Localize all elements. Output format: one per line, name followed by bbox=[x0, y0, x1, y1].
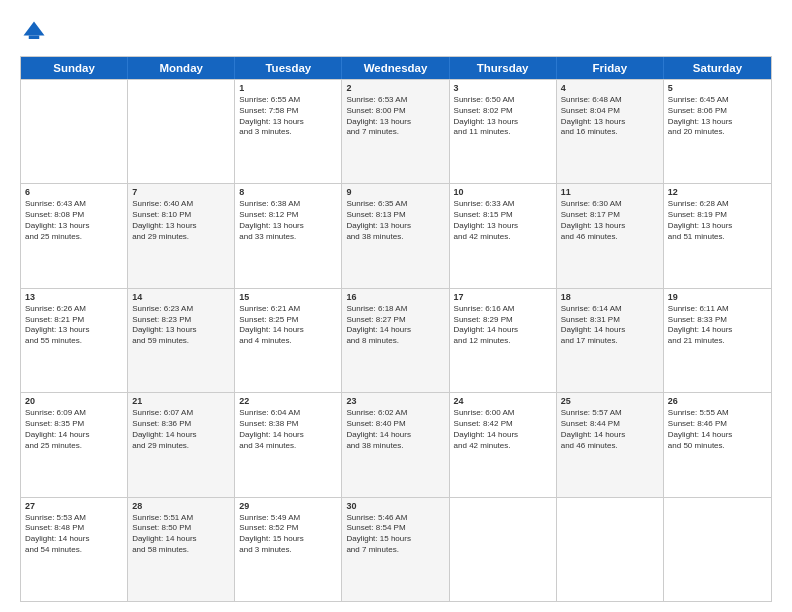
cell-day-number: 10 bbox=[454, 187, 552, 197]
cal-cell: 19Sunrise: 6:11 AM Sunset: 8:33 PM Dayli… bbox=[664, 289, 771, 392]
cal-cell: 3Sunrise: 6:50 AM Sunset: 8:02 PM Daylig… bbox=[450, 80, 557, 183]
cal-cell: 9Sunrise: 6:35 AM Sunset: 8:13 PM Daylig… bbox=[342, 184, 449, 287]
cal-cell: 10Sunrise: 6:33 AM Sunset: 8:15 PM Dayli… bbox=[450, 184, 557, 287]
cal-cell: 23Sunrise: 6:02 AM Sunset: 8:40 PM Dayli… bbox=[342, 393, 449, 496]
cal-cell: 30Sunrise: 5:46 AM Sunset: 8:54 PM Dayli… bbox=[342, 498, 449, 601]
cal-header-sunday: Sunday bbox=[21, 57, 128, 79]
cell-info: Sunrise: 6:07 AM Sunset: 8:36 PM Dayligh… bbox=[132, 408, 230, 451]
cal-cell bbox=[128, 80, 235, 183]
cal-week-2: 6Sunrise: 6:43 AM Sunset: 8:08 PM Daylig… bbox=[21, 183, 771, 287]
cal-cell: 27Sunrise: 5:53 AM Sunset: 8:48 PM Dayli… bbox=[21, 498, 128, 601]
cal-cell: 4Sunrise: 6:48 AM Sunset: 8:04 PM Daylig… bbox=[557, 80, 664, 183]
cell-info: Sunrise: 6:02 AM Sunset: 8:40 PM Dayligh… bbox=[346, 408, 444, 451]
cal-week-4: 20Sunrise: 6:09 AM Sunset: 8:35 PM Dayli… bbox=[21, 392, 771, 496]
calendar: SundayMondayTuesdayWednesdayThursdayFrid… bbox=[20, 56, 772, 602]
cal-cell: 24Sunrise: 6:00 AM Sunset: 8:42 PM Dayli… bbox=[450, 393, 557, 496]
cell-day-number: 12 bbox=[668, 187, 767, 197]
cal-week-1: 1Sunrise: 6:55 AM Sunset: 7:58 PM Daylig… bbox=[21, 79, 771, 183]
cell-info: Sunrise: 5:57 AM Sunset: 8:44 PM Dayligh… bbox=[561, 408, 659, 451]
cell-day-number: 11 bbox=[561, 187, 659, 197]
cell-info: Sunrise: 6:00 AM Sunset: 8:42 PM Dayligh… bbox=[454, 408, 552, 451]
cal-cell: 6Sunrise: 6:43 AM Sunset: 8:08 PM Daylig… bbox=[21, 184, 128, 287]
cal-cell: 2Sunrise: 6:53 AM Sunset: 8:00 PM Daylig… bbox=[342, 80, 449, 183]
cell-day-number: 2 bbox=[346, 83, 444, 93]
cell-info: Sunrise: 6:28 AM Sunset: 8:19 PM Dayligh… bbox=[668, 199, 767, 242]
cell-day-number: 27 bbox=[25, 501, 123, 511]
cell-info: Sunrise: 6:43 AM Sunset: 8:08 PM Dayligh… bbox=[25, 199, 123, 242]
cal-cell: 17Sunrise: 6:16 AM Sunset: 8:29 PM Dayli… bbox=[450, 289, 557, 392]
cal-cell: 29Sunrise: 5:49 AM Sunset: 8:52 PM Dayli… bbox=[235, 498, 342, 601]
cell-info: Sunrise: 6:30 AM Sunset: 8:17 PM Dayligh… bbox=[561, 199, 659, 242]
cell-info: Sunrise: 6:26 AM Sunset: 8:21 PM Dayligh… bbox=[25, 304, 123, 347]
cal-cell: 15Sunrise: 6:21 AM Sunset: 8:25 PM Dayli… bbox=[235, 289, 342, 392]
cal-week-5: 27Sunrise: 5:53 AM Sunset: 8:48 PM Dayli… bbox=[21, 497, 771, 601]
cal-cell bbox=[557, 498, 664, 601]
cell-info: Sunrise: 6:53 AM Sunset: 8:00 PM Dayligh… bbox=[346, 95, 444, 138]
cell-day-number: 9 bbox=[346, 187, 444, 197]
cal-cell: 21Sunrise: 6:07 AM Sunset: 8:36 PM Dayli… bbox=[128, 393, 235, 496]
cell-info: Sunrise: 5:51 AM Sunset: 8:50 PM Dayligh… bbox=[132, 513, 230, 556]
cal-cell: 14Sunrise: 6:23 AM Sunset: 8:23 PM Dayli… bbox=[128, 289, 235, 392]
cal-cell: 5Sunrise: 6:45 AM Sunset: 8:06 PM Daylig… bbox=[664, 80, 771, 183]
cell-info: Sunrise: 6:04 AM Sunset: 8:38 PM Dayligh… bbox=[239, 408, 337, 451]
cal-week-3: 13Sunrise: 6:26 AM Sunset: 8:21 PM Dayli… bbox=[21, 288, 771, 392]
cell-day-number: 3 bbox=[454, 83, 552, 93]
cal-cell: 1Sunrise: 6:55 AM Sunset: 7:58 PM Daylig… bbox=[235, 80, 342, 183]
cal-cell: 26Sunrise: 5:55 AM Sunset: 8:46 PM Dayli… bbox=[664, 393, 771, 496]
cell-info: Sunrise: 6:48 AM Sunset: 8:04 PM Dayligh… bbox=[561, 95, 659, 138]
cal-header-friday: Friday bbox=[557, 57, 664, 79]
cell-info: Sunrise: 6:14 AM Sunset: 8:31 PM Dayligh… bbox=[561, 304, 659, 347]
cell-day-number: 25 bbox=[561, 396, 659, 406]
cell-day-number: 20 bbox=[25, 396, 123, 406]
cell-day-number: 14 bbox=[132, 292, 230, 302]
cal-cell: 7Sunrise: 6:40 AM Sunset: 8:10 PM Daylig… bbox=[128, 184, 235, 287]
cal-header-wednesday: Wednesday bbox=[342, 57, 449, 79]
cell-day-number: 6 bbox=[25, 187, 123, 197]
header bbox=[20, 18, 772, 46]
page: SundayMondayTuesdayWednesdayThursdayFrid… bbox=[0, 0, 792, 612]
cell-info: Sunrise: 5:46 AM Sunset: 8:54 PM Dayligh… bbox=[346, 513, 444, 556]
cell-info: Sunrise: 6:11 AM Sunset: 8:33 PM Dayligh… bbox=[668, 304, 767, 347]
cell-info: Sunrise: 6:33 AM Sunset: 8:15 PM Dayligh… bbox=[454, 199, 552, 242]
cell-day-number: 30 bbox=[346, 501, 444, 511]
cal-header-monday: Monday bbox=[128, 57, 235, 79]
cell-info: Sunrise: 6:40 AM Sunset: 8:10 PM Dayligh… bbox=[132, 199, 230, 242]
cell-info: Sunrise: 6:50 AM Sunset: 8:02 PM Dayligh… bbox=[454, 95, 552, 138]
cell-info: Sunrise: 6:21 AM Sunset: 8:25 PM Dayligh… bbox=[239, 304, 337, 347]
cell-info: Sunrise: 6:18 AM Sunset: 8:27 PM Dayligh… bbox=[346, 304, 444, 347]
cell-info: Sunrise: 5:49 AM Sunset: 8:52 PM Dayligh… bbox=[239, 513, 337, 556]
cal-cell: 28Sunrise: 5:51 AM Sunset: 8:50 PM Dayli… bbox=[128, 498, 235, 601]
cell-day-number: 1 bbox=[239, 83, 337, 93]
cal-header-thursday: Thursday bbox=[450, 57, 557, 79]
logo-icon bbox=[20, 18, 48, 46]
cal-header-saturday: Saturday bbox=[664, 57, 771, 79]
svg-rect-1 bbox=[29, 36, 40, 40]
cell-day-number: 19 bbox=[668, 292, 767, 302]
cal-cell: 8Sunrise: 6:38 AM Sunset: 8:12 PM Daylig… bbox=[235, 184, 342, 287]
cal-cell: 20Sunrise: 6:09 AM Sunset: 8:35 PM Dayli… bbox=[21, 393, 128, 496]
cal-cell: 22Sunrise: 6:04 AM Sunset: 8:38 PM Dayli… bbox=[235, 393, 342, 496]
cell-info: Sunrise: 5:55 AM Sunset: 8:46 PM Dayligh… bbox=[668, 408, 767, 451]
cell-day-number: 16 bbox=[346, 292, 444, 302]
cal-cell: 16Sunrise: 6:18 AM Sunset: 8:27 PM Dayli… bbox=[342, 289, 449, 392]
cal-cell: 25Sunrise: 5:57 AM Sunset: 8:44 PM Dayli… bbox=[557, 393, 664, 496]
cal-cell: 11Sunrise: 6:30 AM Sunset: 8:17 PM Dayli… bbox=[557, 184, 664, 287]
calendar-header-row: SundayMondayTuesdayWednesdayThursdayFrid… bbox=[21, 57, 771, 79]
cell-day-number: 26 bbox=[668, 396, 767, 406]
cal-cell bbox=[21, 80, 128, 183]
cell-info: Sunrise: 6:38 AM Sunset: 8:12 PM Dayligh… bbox=[239, 199, 337, 242]
svg-marker-0 bbox=[24, 22, 45, 36]
cal-cell: 18Sunrise: 6:14 AM Sunset: 8:31 PM Dayli… bbox=[557, 289, 664, 392]
cal-cell bbox=[450, 498, 557, 601]
cal-cell: 12Sunrise: 6:28 AM Sunset: 8:19 PM Dayli… bbox=[664, 184, 771, 287]
cell-day-number: 29 bbox=[239, 501, 337, 511]
cell-day-number: 17 bbox=[454, 292, 552, 302]
cell-day-number: 7 bbox=[132, 187, 230, 197]
cell-day-number: 4 bbox=[561, 83, 659, 93]
cell-day-number: 28 bbox=[132, 501, 230, 511]
cal-header-tuesday: Tuesday bbox=[235, 57, 342, 79]
calendar-body: 1Sunrise: 6:55 AM Sunset: 7:58 PM Daylig… bbox=[21, 79, 771, 601]
cell-day-number: 21 bbox=[132, 396, 230, 406]
cell-day-number: 8 bbox=[239, 187, 337, 197]
cell-info: Sunrise: 6:55 AM Sunset: 7:58 PM Dayligh… bbox=[239, 95, 337, 138]
